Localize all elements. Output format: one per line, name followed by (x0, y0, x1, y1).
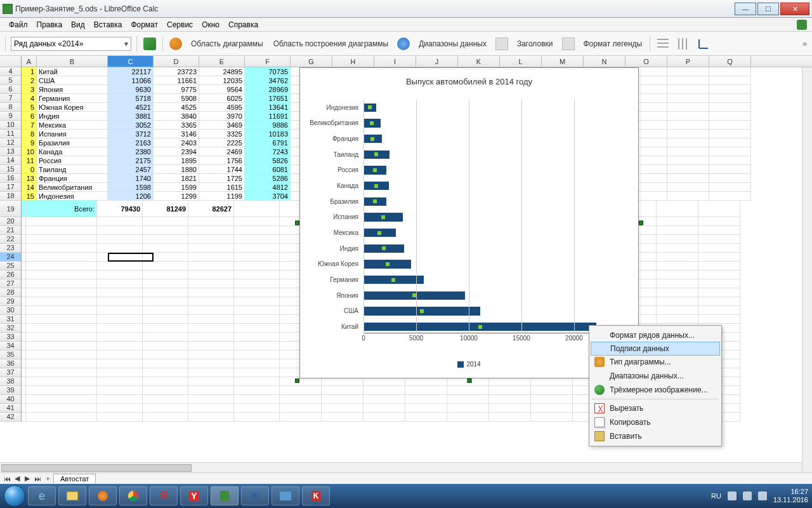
cell[interactable]: Южная Корея (37, 103, 108, 112)
cell[interactable] (489, 395, 531, 404)
cell[interactable] (698, 262, 740, 271)
cell[interactable] (698, 217, 740, 226)
taskbar-images[interactable] (272, 486, 299, 505)
cell[interactable] (709, 183, 751, 192)
cell[interactable] (657, 226, 698, 235)
row-header[interactable]: 12 (0, 138, 22, 147)
cell[interactable]: 11661 (154, 76, 199, 85)
cell[interactable] (234, 279, 280, 288)
cell[interactable] (143, 386, 188, 395)
cell[interactable] (709, 112, 751, 121)
cell[interactable] (143, 395, 188, 404)
cell[interactable] (26, 297, 97, 306)
cell[interactable] (188, 315, 234, 324)
cell[interactable]: 1 (22, 67, 37, 76)
chart-bar[interactable] (363, 307, 480, 316)
cell[interactable] (22, 333, 26, 342)
cell[interactable] (143, 244, 188, 253)
row-header[interactable]: 27 (0, 279, 22, 288)
cell[interactable]: 4 (22, 94, 37, 103)
cell[interactable]: 1821 (154, 174, 199, 183)
row-header[interactable]: 35 (0, 351, 22, 359)
cell[interactable] (280, 386, 322, 395)
row-header[interactable]: 4 (0, 67, 22, 76)
cell[interactable] (322, 386, 363, 395)
cell[interactable] (26, 288, 97, 297)
cell[interactable] (657, 297, 698, 306)
row-header[interactable]: 36 (0, 359, 22, 368)
row-header[interactable]: 13 (0, 147, 22, 156)
taskbar-yandex[interactable]: Я (150, 486, 178, 505)
col-header-B[interactable]: B (37, 56, 108, 67)
cell[interactable]: 3704 (245, 192, 291, 201)
cell[interactable]: Канада (37, 147, 108, 156)
cell[interactable] (143, 235, 188, 244)
cell[interactable] (26, 404, 97, 413)
cell[interactable] (667, 85, 709, 94)
menu-вид[interactable]: Вид (67, 19, 89, 30)
row-header[interactable]: 33 (0, 333, 22, 342)
cell[interactable]: 2394 (154, 147, 199, 156)
taskbar-kompas[interactable]: K (302, 486, 330, 505)
cell[interactable] (363, 377, 405, 386)
cell[interactable]: Германия (37, 94, 108, 103)
col-header-M[interactable]: M (542, 56, 584, 67)
cell[interactable] (97, 297, 143, 306)
cell[interactable]: 1895 (154, 156, 199, 165)
cell[interactable] (709, 174, 751, 183)
tb-data-ranges[interactable]: Диапазоны данных (416, 39, 489, 48)
col-header-A[interactable]: A (22, 56, 37, 67)
cell[interactable] (234, 342, 280, 351)
cell[interactable] (22, 297, 26, 306)
cell[interactable]: 11691 (245, 112, 291, 121)
cell[interactable] (22, 217, 26, 226)
cell[interactable] (657, 306, 698, 315)
axes-icon[interactable] (696, 36, 711, 51)
row-header[interactable]: 41 (0, 404, 22, 413)
cell[interactable] (709, 165, 751, 174)
cell[interactable] (447, 395, 489, 404)
cell[interactable] (657, 288, 698, 297)
cell[interactable] (188, 359, 234, 368)
cell[interactable] (188, 342, 234, 351)
cell[interactable] (26, 351, 97, 359)
toolbar-overflow[interactable]: » (802, 39, 807, 48)
cell[interactable] (22, 324, 26, 333)
cell[interactable]: 10 (22, 147, 37, 156)
context-menu-item[interactable]: Копировать (591, 415, 720, 429)
cell[interactable]: Китай (37, 67, 108, 76)
cell[interactable] (22, 404, 26, 413)
cell[interactable] (22, 244, 26, 253)
cell[interactable] (405, 404, 447, 413)
cell[interactable] (22, 288, 26, 297)
cell[interactable] (667, 156, 709, 165)
cell[interactable]: 2469 (199, 147, 245, 156)
cell[interactable] (405, 377, 447, 386)
cell[interactable] (234, 359, 280, 368)
cell[interactable]: 5908 (154, 94, 199, 103)
cell[interactable] (698, 279, 740, 288)
row-header[interactable]: 11 (0, 130, 22, 138)
menu-правка[interactable]: Правка (33, 19, 67, 30)
cell[interactable]: 4525 (154, 103, 199, 112)
cell[interactable] (667, 183, 709, 192)
cell[interactable]: 11066 (108, 76, 154, 85)
cell[interactable]: 34762 (245, 76, 291, 85)
col-header-C[interactable]: C (108, 56, 154, 67)
chart-bar[interactable] (363, 104, 376, 112)
context-menu-item[interactable]: Вырезать (591, 401, 720, 415)
cell[interactable] (188, 262, 234, 271)
chart-bar[interactable] (363, 166, 386, 175)
cell[interactable]: 81249 (143, 201, 188, 217)
cell[interactable] (188, 377, 234, 386)
cell[interactable] (698, 244, 740, 253)
row-header[interactable]: 39 (0, 386, 22, 395)
col-header-Q[interactable]: Q (709, 56, 751, 67)
chart-bar[interactable] (363, 119, 381, 128)
cell[interactable]: Мексика (37, 121, 108, 130)
row-header[interactable]: 32 (0, 324, 22, 333)
cell[interactable]: 1725 (199, 174, 245, 183)
cell[interactable] (26, 306, 97, 315)
cell[interactable] (667, 165, 709, 174)
cell[interactable] (234, 368, 280, 377)
